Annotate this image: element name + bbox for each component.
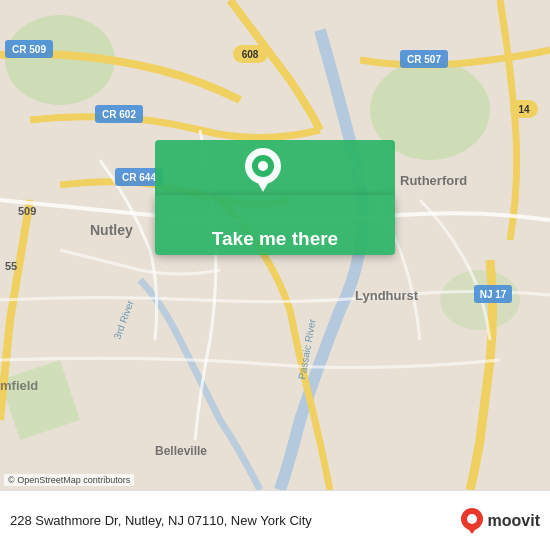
svg-text:55: 55 — [5, 260, 17, 272]
svg-text:608: 608 — [242, 49, 259, 60]
osm-credit: © OpenStreetMap contributors — [4, 474, 134, 486]
svg-text:CR 509: CR 509 — [12, 44, 46, 55]
svg-text:NJ 17: NJ 17 — [480, 289, 507, 300]
svg-marker-34 — [466, 526, 478, 534]
take-me-there-button[interactable]: Take me there — [155, 195, 395, 255]
moovit-text: moovit — [488, 512, 540, 530]
svg-text:CR 507: CR 507 — [407, 54, 441, 65]
svg-text:CR 602: CR 602 — [102, 109, 136, 120]
map-container: CR 509 CR 602 CR 644 608 CR 507 14 509 5… — [0, 0, 550, 490]
svg-marker-31 — [255, 178, 271, 192]
svg-point-30 — [258, 161, 268, 171]
svg-text:14: 14 — [518, 104, 530, 115]
map-pin — [245, 148, 281, 196]
svg-text:Lyndhurst: Lyndhurst — [355, 288, 419, 303]
svg-text:mfield: mfield — [0, 378, 38, 393]
address-text: 228 Swathmore Dr, Nutley, NJ 07110, New … — [10, 513, 453, 528]
svg-text:Nutley: Nutley — [90, 222, 133, 238]
svg-text:509: 509 — [18, 205, 36, 217]
svg-text:CR 644: CR 644 — [122, 172, 156, 183]
moovit-icon — [461, 508, 483, 534]
svg-point-33 — [467, 514, 477, 524]
moovit-logo: moovit — [461, 508, 540, 534]
svg-text:Rutherford: Rutherford — [400, 173, 467, 188]
svg-text:Belleville: Belleville — [155, 444, 207, 458]
bottom-bar: 228 Swathmore Dr, Nutley, NJ 07110, New … — [0, 490, 550, 550]
